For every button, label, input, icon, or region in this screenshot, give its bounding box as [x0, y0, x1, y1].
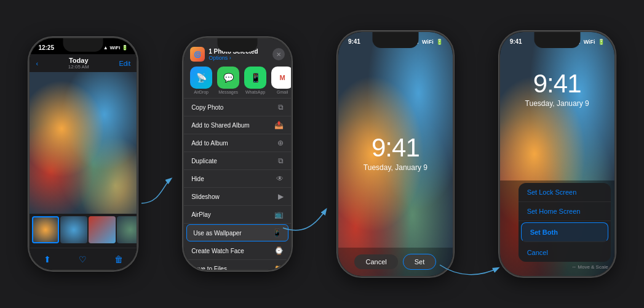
whatsapp-label: WhatsApp	[245, 90, 265, 94]
lock-bottom-3: Cancel Set	[338, 248, 453, 276]
set-button-3[interactable]: Set	[403, 254, 437, 270]
status-icons-1: ▲ WiFi 🔋	[103, 45, 129, 51]
app-item-airdrop[interactable]: 📡 AirDrop	[190, 67, 212, 94]
notch-1	[63, 38, 103, 52]
phone-1: 12:25 ▲ WiFi 🔋 ‹ Today 12:05 AM Edit	[28, 37, 138, 271]
airdrop-icon: 📡	[190, 67, 212, 89]
app-item-gmail[interactable]: M Gmail	[271, 67, 291, 94]
thumb-2[interactable]	[60, 216, 87, 243]
lock-time-block-4: 9:41 Tuesday, January 9	[500, 46, 614, 120]
menu-save-files[interactable]: Save to Files 📁	[184, 260, 291, 271]
menu-add-shared[interactable]: Add to Shared Album 📤	[184, 116, 291, 134]
cancel-button-3[interactable]: Cancel	[354, 254, 397, 269]
time-1: 12:25	[38, 44, 54, 51]
add-shared-icon: 📤	[274, 121, 284, 129]
options-panel: Set Lock Screen Set Home Screen Set Both…	[500, 180, 614, 276]
header-title-group: Today 12:05 AM	[68, 57, 89, 70]
photos-header: ‹ Today 12:05 AM Edit	[30, 54, 137, 72]
scene: 12:25 ▲ WiFi 🔋 ‹ Today 12:05 AM Edit	[0, 0, 644, 308]
edit-button[interactable]: Edit	[119, 60, 130, 67]
lock-overlay-4: 9:41 ▲ WiFi 🔋 9:41 Tuesday, January 9 Se…	[500, 32, 614, 276]
airdrop-label: AirDrop	[194, 90, 209, 94]
app-item-messages[interactable]: 💬 Messages	[217, 67, 239, 94]
copy-photo-icon: ⧉	[278, 103, 284, 111]
set-lock-screen-button[interactable]: Set Lock Screen	[519, 183, 611, 202]
menu-airplay[interactable]: AirPlay 📺	[184, 206, 291, 224]
wallpaper-preview-1	[30, 72, 137, 214]
thumb-4[interactable]	[117, 216, 137, 243]
phone-3: 9:41 ▲ WiFi 🔋 9:41 Tuesday, January 9 Ca…	[337, 31, 454, 277]
add-shared-label: Add to Shared Album	[191, 122, 250, 129]
share-button[interactable]: ⬆	[44, 254, 51, 264]
menu-hide[interactable]: Hide 👁	[184, 170, 291, 188]
app-row: 📡 AirDrop 💬 Messages 📱 WhatsApp M Gmail	[184, 64, 291, 98]
messages-icon: 💬	[217, 67, 239, 89]
save-files-label: Save to Files	[191, 265, 227, 272]
wallpaper-options-panel: Set Lock Screen Set Home Screen Set Both…	[519, 183, 611, 262]
set-home-screen-button[interactable]: Set Home Screen	[519, 202, 611, 221]
whatsapp-icon: 📱	[244, 67, 266, 89]
hide-label: Hide	[191, 176, 204, 182]
use-wallpaper-icon: 📱	[272, 229, 282, 237]
menu-add-album[interactable]: Add to Album ⊕	[184, 134, 291, 152]
move-scale-hint: ↔ Move & Scale	[565, 264, 614, 272]
slideshow-label: Slideshow	[191, 193, 220, 200]
cancel-button-4[interactable]: Cancel	[519, 243, 611, 262]
lock-overlay-3: 9:41 ▲ WiFi 🔋 9:41 Tuesday, January 9 Ca…	[338, 32, 453, 276]
lock-time-4: 9:41	[510, 38, 522, 45]
back-button[interactable]: ‹	[36, 60, 38, 67]
menu-slideshow[interactable]: Slideshow ▶	[184, 188, 291, 206]
lock-big-time-4: 9:41	[533, 71, 581, 97]
thumb-3[interactable]	[89, 216, 116, 243]
lock-big-time-3: 9:41	[372, 135, 419, 161]
duplicate-label: Duplicate	[191, 158, 217, 164]
save-files-icon: 📁	[274, 264, 284, 271]
duplicate-icon: ⧉	[278, 156, 284, 165]
watch-face-icon: ⌚	[274, 246, 284, 255]
heart-button[interactable]: ♡	[79, 254, 87, 264]
gmail-label: Gmail	[277, 90, 288, 94]
photos-title: Today	[68, 57, 89, 64]
photos-subtitle: 12:05 AM	[68, 64, 89, 70]
use-wallpaper-label: Use as Wallpaper	[193, 230, 242, 237]
share-sheet: 🌀 1 Photo Selected Options › ✕ 📡 AirDrop	[184, 38, 291, 271]
slideshow-icon: ▶	[278, 192, 284, 201]
menu-watch-face[interactable]: Create Watch Face ⌚	[184, 242, 291, 260]
airplay-icon: 📺	[274, 210, 284, 219]
share-close-button[interactable]: ✕	[272, 48, 285, 60]
notch-4	[534, 32, 580, 48]
lock-time-3: 9:41	[348, 38, 360, 45]
app-item-whatsapp[interactable]: 📱 WhatsApp	[244, 67, 266, 94]
lock-date-3: Tuesday, January 9	[364, 163, 427, 172]
thumbnail-strip	[30, 214, 137, 248]
notch-3	[372, 32, 418, 48]
menu-use-wallpaper[interactable]: Use as Wallpaper 📱	[186, 224, 288, 241]
phone-4: 9:41 ▲ WiFi 🔋 9:41 Tuesday, January 9 Se…	[499, 31, 616, 277]
hide-icon: 👁	[276, 174, 284, 183]
phone-2: 🌀 1 Photo Selected Options › ✕ 📡 AirDrop	[183, 37, 292, 271]
menu-duplicate[interactable]: Duplicate ⧉	[184, 152, 291, 170]
gmail-icon: M	[271, 67, 291, 89]
bottom-toolbar: ⬆ ♡ 🗑	[30, 248, 137, 270]
thumb-1[interactable]	[32, 216, 59, 243]
airplay-label: AirPlay	[191, 211, 211, 218]
menu-copy-photo[interactable]: Copy Photo ⧉	[184, 99, 291, 116]
messages-label: Messages	[218, 90, 238, 94]
lock-date-4: Tuesday, January 9	[525, 99, 589, 108]
copy-photo-label: Copy Photo	[191, 104, 223, 111]
main-photo	[30, 72, 137, 214]
notch-2	[218, 38, 258, 52]
watch-face-label: Create Watch Face	[191, 248, 244, 254]
add-album-label: Add to Album	[191, 140, 228, 147]
add-album-icon: ⊕	[277, 139, 284, 147]
share-options[interactable]: Options ›	[209, 55, 258, 61]
lock-time-block-3: 9:41 Tuesday, January 9	[338, 46, 453, 248]
set-both-button[interactable]: Set Both	[521, 222, 608, 242]
trash-button[interactable]: 🗑	[114, 254, 123, 264]
share-app-icon: 🌀	[190, 47, 205, 62]
lock-spacer-4	[500, 120, 614, 180]
